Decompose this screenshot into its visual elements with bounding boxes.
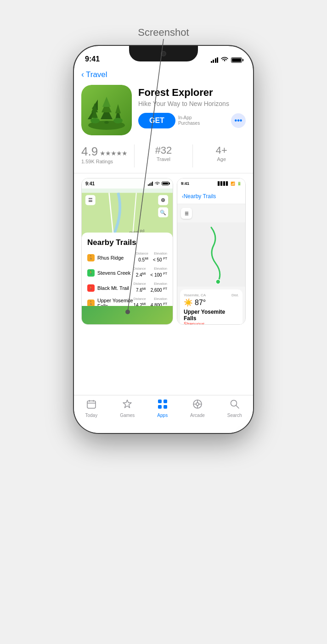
signal-icon (211, 57, 219, 63)
app-header: Forest Explorer Hike Your Way to New Hor… (74, 81, 253, 141)
rating-count: 1.59K Ratings (81, 159, 130, 164)
phone-frame: 9:41 (74, 46, 253, 433)
map-content: 9:41 (82, 178, 173, 324)
trail-difficulty: Strenuous (184, 322, 239, 325)
svg-text:☰: ☰ (88, 197, 93, 203)
rank-block: #32 Travel (139, 144, 187, 162)
rank-label: Travel (139, 156, 187, 162)
screenshot-1[interactable]: 9:41 (81, 178, 173, 325)
wifi-icon (221, 56, 228, 63)
map-status-bar: 9:41 (82, 178, 173, 189)
age-block: 4+ Age (197, 144, 246, 162)
second-menu-btn[interactable]: ☰ (181, 208, 192, 219)
svg-rect-30 (87, 401, 96, 408)
svg-point-15 (113, 118, 123, 123)
purchases-label: Purchases (178, 121, 200, 126)
trail-path-svg (177, 222, 245, 287)
more-button[interactable]: ••• (231, 113, 246, 128)
trail-elevation: Elevation< 50 FT (153, 252, 167, 263)
trail-stats: Distance0.5MI Elevation< 50 FT (136, 252, 167, 263)
nearby-back-label[interactable]: Nearby Trails (184, 193, 216, 200)
rating-score: 4.9 (81, 144, 98, 159)
app-info: Forest Explorer Hike Your Way to New Hor… (138, 85, 246, 128)
trails-title: Nearby Trails (87, 238, 167, 247)
tab-apps[interactable]: Apps (157, 399, 168, 418)
tab-search[interactable]: Search (227, 399, 242, 418)
rank-number: #32 (139, 144, 187, 156)
app-content: ‹ Travel (74, 66, 253, 433)
trail-detail-card: Yosemite, CA Dist. ☀️ 87° Upper Yosemite… (180, 289, 242, 325)
trail-distance: Distance0.5MI (136, 252, 148, 263)
games-tab-label: Games (120, 413, 135, 418)
tab-today[interactable]: Today (85, 399, 97, 418)
trail-dist-label: Dist. (231, 293, 239, 297)
trail-row: 🚶 Black Mt. Trail Distance7.6MI Elevatio… (87, 280, 167, 295)
second-time: 9:41 (181, 181, 189, 186)
svg-point-39 (196, 403, 199, 405)
apps-tab-label: Apps (157, 413, 168, 418)
status-icons (211, 56, 242, 63)
apps-icon (158, 399, 168, 412)
app-icon-svg (81, 85, 132, 135)
front-camera (161, 51, 166, 56)
trail-row: 🚶 Stevens Creek Distance2.4MI Elevation<… (87, 265, 167, 280)
age-label: Age (197, 156, 246, 162)
trail-detail-location: Yosemite, CA Dist. (184, 293, 239, 297)
weather-temp: 87° (195, 299, 206, 307)
age-number: 4+ (197, 144, 246, 156)
map-time: 9:41 (85, 181, 95, 186)
screenshot-2[interactable]: 9:41 ▋▋▋▋ 📶 🔋 ‹ Nearby Trails (177, 178, 246, 325)
status-time: 9:41 (85, 55, 100, 63)
arcade-tab-label: Arcade (190, 413, 205, 418)
trail-location-text: Yosemite, CA (184, 293, 206, 297)
trail-stats: Distance7.6MI Elevation2,600 FT (133, 282, 167, 294)
today-icon (86, 399, 96, 412)
rating-stars: ★★★★★ (100, 150, 127, 157)
notch (129, 46, 198, 61)
svg-rect-36 (158, 405, 162, 409)
trail-color-dot: 🚶 (87, 269, 95, 277)
trail-name: Stevens Creek (97, 270, 133, 276)
trail-row: 🚶 Rhus Ridge Distance0.5MI Elevation< 50… (87, 250, 167, 265)
app-icon (81, 85, 132, 135)
tab-arcade[interactable]: Arcade (190, 399, 205, 418)
svg-rect-34 (158, 400, 162, 403)
app-name: Forest Explorer (138, 87, 246, 99)
rating-block: 4.9 ★★★★★ 1.59K Ratings (81, 144, 130, 164)
trail-name: Black Mt. Trail (97, 285, 133, 291)
trail-color-dot: 🚶 (87, 254, 95, 261)
trail-stats: Distance2.4MI Elevation< 100 FT (133, 267, 167, 278)
games-icon (122, 399, 132, 412)
trail-detail-weather: ☀️ 87° (184, 298, 239, 307)
svg-rect-35 (164, 400, 167, 403)
battery-icon (231, 57, 242, 63)
second-screenshot-content: 9:41 ▋▋▋▋ 📶 🔋 ‹ Nearby Trails (177, 178, 245, 324)
back-nav[interactable]: ‹ Travel (74, 66, 253, 81)
app-bottom-bar (82, 306, 173, 324)
ratings-row: 4.9 ★★★★★ 1.59K Ratings #32 Travel 4+ Ag… (74, 141, 253, 173)
in-app-label: In-App (178, 115, 200, 121)
trail-elevation: Elevation< 100 FT (150, 267, 167, 278)
trail-distance: Distance7.6MI (133, 282, 146, 294)
svg-rect-33 (93, 400, 94, 402)
rank-age-divider (192, 144, 193, 167)
svg-text:🔍: 🔍 (160, 209, 166, 216)
nearby-trails-nav: ‹ Nearby Trails (177, 189, 245, 204)
trail-rows-container: 🚶 Rhus Ridge Distance0.5MI Elevation< 50… (87, 250, 167, 311)
phone-screen: 9:41 (74, 46, 253, 433)
app-actions: GET In-App Purchases ••• (138, 113, 246, 128)
trail-elevation: Elevation2,600 FT (151, 282, 167, 294)
back-chevron-icon: ‹ (81, 70, 84, 79)
search-tab-label: Search (227, 413, 242, 418)
back-label[interactable]: Travel (86, 70, 107, 79)
tab-games[interactable]: Games (120, 399, 135, 418)
arcade-icon (192, 399, 203, 412)
trail-detail-name: Upper Yosemite Falls (184, 309, 239, 322)
trail-distance: Distance2.4MI (133, 267, 146, 278)
svg-rect-37 (164, 405, 167, 409)
get-button[interactable]: GET (138, 113, 175, 128)
app-subtitle: Hike Your Way to New Horizons (138, 100, 246, 108)
second-status-bar: 9:41 ▋▋▋▋ 📶 🔋 (177, 178, 245, 189)
svg-text:⊕: ⊕ (161, 197, 165, 203)
trail-color-dot: 🚶 (87, 284, 95, 292)
